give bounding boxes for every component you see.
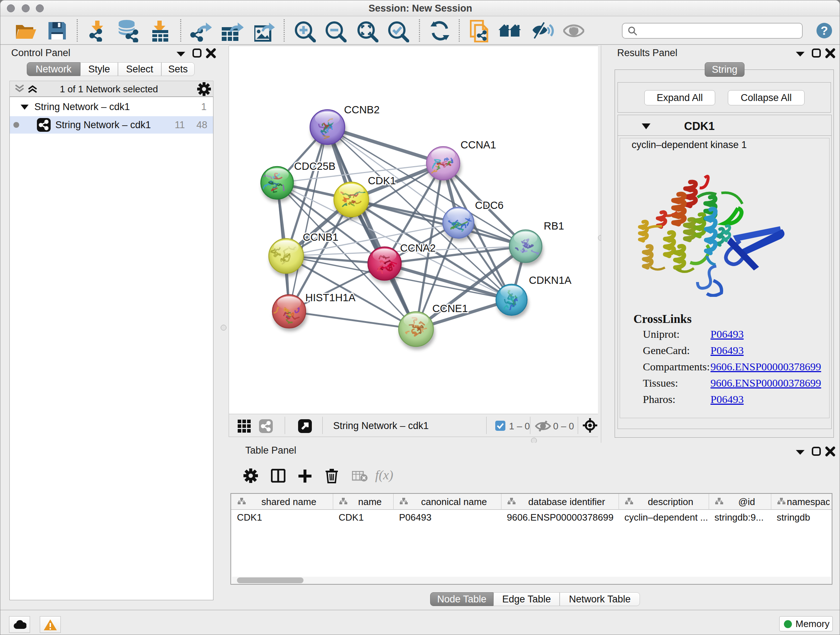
svg-text:CDC6: CDC6 (475, 200, 504, 211)
svg-text:CCNB2: CCNB2 (344, 104, 379, 116)
svg-text:CCNB1: CCNB1 (303, 231, 338, 243)
svg-text:HIST1H1A: HIST1H1A (305, 292, 355, 303)
svg-text:CDKN1A: CDKN1A (529, 274, 572, 286)
svg-text:CCNA1: CCNA1 (461, 139, 496, 150)
svg-text:CDC25B: CDC25B (294, 160, 335, 172)
svg-text:CDK1: CDK1 (368, 175, 396, 187)
svg-text:CCNE1: CCNE1 (432, 302, 468, 314)
svg-text:CCNA2: CCNA2 (400, 242, 436, 254)
svg-text:RB1: RB1 (544, 220, 564, 232)
